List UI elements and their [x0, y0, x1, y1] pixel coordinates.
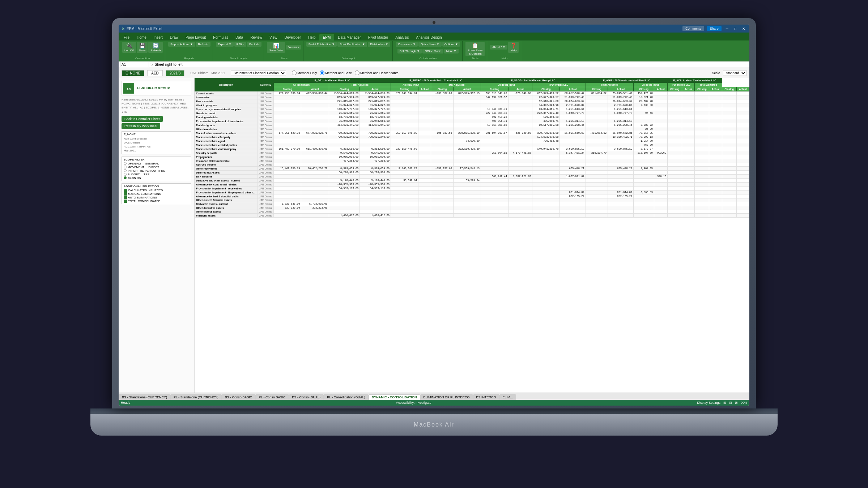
comments-button[interactable]: Comments [682, 26, 704, 31]
movement-option[interactable]: MOVEMENT DIRECT [124, 166, 189, 169]
auto-elim-option[interactable]: AUTO ELIMINATIONS [124, 196, 189, 199]
options-button[interactable]: Options ▼ [442, 42, 460, 47]
sheet-tab-bs-dual[interactable]: BS - Conso (DUAL) [289, 394, 324, 400]
sheet-tab-bs-conso[interactable]: BS - Conso BASIC [222, 394, 256, 400]
tab-formulas[interactable]: Formulas [209, 34, 232, 40]
refresh-btn2[interactable]: Refresh [196, 42, 210, 47]
tab-pagelayout[interactable]: Page Layout [182, 34, 209, 40]
epm-aed-tab[interactable]: AED [147, 70, 163, 76]
number-cell [709, 123, 722, 127]
more-button[interactable]: More ▼ [444, 49, 459, 53]
period-radio[interactable] [124, 169, 127, 172]
minimize-btn[interactable]: ─ [724, 27, 730, 31]
epm-main-tab[interactable]: E_NONE [122, 70, 144, 76]
help-button[interactable]: ❓ Help [508, 42, 519, 53]
portal-pub-button[interactable]: Portal Publication ▼ [306, 42, 337, 47]
total-consol-option[interactable]: TOTAL CONSOLIDATED [124, 200, 189, 203]
report-actions-button[interactable]: Report Actions ▼ [168, 42, 195, 47]
number-cell [682, 91, 695, 95]
name-box[interactable] [120, 62, 149, 67]
opening-radio[interactable] [124, 162, 127, 165]
view-normal[interactable]: ⊞ [723, 401, 726, 404]
epm-date-tab[interactable]: 2021/3 [166, 70, 185, 76]
tab-analysis[interactable]: Analysis [392, 34, 412, 40]
manual-elim-option[interactable]: MANUAL ELIMINATIONS [124, 192, 189, 196]
refresh-worksheet-button[interactable]: Refresh My Worksheet [122, 123, 160, 129]
budget-radio[interactable] [124, 173, 127, 176]
display-settings[interactable]: Display Settings [697, 401, 720, 404]
tab-file[interactable]: File [120, 34, 133, 40]
back-controller-button[interactable]: Back to Controller Sheet [122, 116, 163, 122]
tab-datamanager[interactable]: Data Manager [334, 34, 364, 40]
calc-input-option[interactable]: CALCULATED INPUT YTD [124, 189, 189, 192]
sheet-tab-bs-standalone[interactable]: BS - Standalone (CURRENCY) [119, 394, 170, 400]
expand-button[interactable]: Expand ▼ [216, 42, 234, 47]
number-cell [668, 119, 682, 123]
tab-review[interactable]: Review [247, 34, 266, 40]
sheet-tab-elim[interactable]: ELIM... [499, 394, 516, 400]
opening-option[interactable]: OPENING GENERAL [124, 162, 189, 165]
sheet-tab-elimination[interactable]: ELIMINATION OF PL INTERCO [420, 394, 473, 400]
sub-petro-local: All local input [391, 83, 431, 87]
view-layout[interactable]: ⊟ [729, 401, 732, 404]
close-btn[interactable]: ✕ [741, 27, 746, 31]
sheet-tab-pl-consol[interactable]: PL - Consolidation (DUAL) [324, 394, 369, 400]
number-cell [418, 198, 431, 202]
number-cell [682, 107, 695, 111]
sheet-tab-pl-standalone[interactable]: PL - Standalone (CURRENCY) [170, 394, 222, 400]
manual-elim-check[interactable] [124, 192, 127, 196]
calc-input-check[interactable] [124, 189, 127, 192]
refresh-button[interactable]: 🔄 Refresh [148, 42, 163, 53]
distribution-button[interactable]: Distribution ▼ [368, 42, 390, 47]
number-cell: 869,527,979.00 [360, 95, 391, 99]
tab-developer[interactable]: Developer [281, 34, 305, 40]
member-base-option[interactable]: Member and Base [320, 70, 352, 75]
book-pub-button[interactable]: Book Publication ▼ [337, 42, 367, 47]
closing-radio[interactable] [124, 176, 127, 179]
number-cell [695, 135, 709, 139]
save-connection-button[interactable]: 💾 Save [137, 42, 148, 53]
expand-label: Data Analysis [230, 57, 247, 60]
about-button[interactable]: About " ▼ [490, 45, 507, 50]
epm-statement-dropdown[interactable]: Statement of Financial Position [231, 70, 286, 76]
scale-dropdown[interactable]: Standard [723, 70, 746, 76]
closing-option[interactable]: CLOSING [124, 176, 189, 180]
period-option[interactable]: IN FOR THE PERIOD IFRS [124, 169, 189, 172]
sheet-tab-bs-interco[interactable]: BS INTERCO [473, 394, 499, 400]
number-cell: 10,905,990.00 [329, 155, 360, 159]
tab-pivotmaster[interactable]: Pivot Master [365, 34, 392, 40]
data-table-container[interactable]: Description Currency E_AG1 - Al-Ghurair … [195, 78, 749, 393]
tab-insert[interactable]: Insert [150, 34, 166, 40]
number-cell: 250,604.16 [481, 151, 508, 155]
showpane-button[interactable]: 📋 Show Pane& Content [465, 42, 485, 56]
sheet-tab-pl-conso[interactable]: PL - Conso BASIC [255, 394, 289, 400]
movement-radio[interactable] [124, 166, 127, 168]
tab-home[interactable]: Home [133, 34, 150, 40]
tab-analysisdesign[interactable]: Analysis Design [413, 34, 446, 40]
logoff-button[interactable]: 🔌 Log Off [122, 42, 136, 53]
tab-epm[interactable]: EPM [319, 34, 335, 40]
comments-ribbon-button[interactable]: Comments ▼ [396, 42, 418, 47]
share-button[interactable]: Share [707, 26, 722, 31]
journals-button[interactable]: Journals [286, 45, 301, 50]
view-break[interactable]: ⊠ [735, 401, 738, 404]
drillthrough-button[interactable]: Drill Through ▼ [397, 49, 422, 53]
tab-data[interactable]: Data [232, 34, 247, 40]
tab-help[interactable]: Help [305, 34, 319, 40]
quicklinks-button[interactable]: Quick Links ▼ [418, 42, 442, 47]
collapse-button[interactable]: ≡ Dim [234, 42, 246, 47]
offlinemode-button[interactable]: Offline Mode [422, 49, 443, 53]
budget-option[interactable]: BUDGET TRE [124, 173, 189, 176]
member-only-option[interactable]: Member Only [292, 70, 317, 75]
number-cell [709, 159, 722, 163]
sheet-tab-dynamic[interactable]: DYNAMIC - CONSOLIDATION [369, 394, 420, 400]
number-cell [608, 163, 634, 167]
auto-elim-check[interactable] [124, 196, 127, 199]
exclude-button[interactable]: Exclude [247, 42, 261, 47]
member-descendants-option[interactable]: Member and Descendants [355, 70, 399, 75]
total-consol-check[interactable] [124, 200, 127, 203]
tab-view[interactable]: View [266, 34, 281, 40]
tab-draw[interactable]: Draw [166, 34, 182, 40]
savedata-button[interactable]: 📊 Save Data [267, 42, 285, 53]
maximize-btn[interactable]: □ [733, 27, 738, 31]
